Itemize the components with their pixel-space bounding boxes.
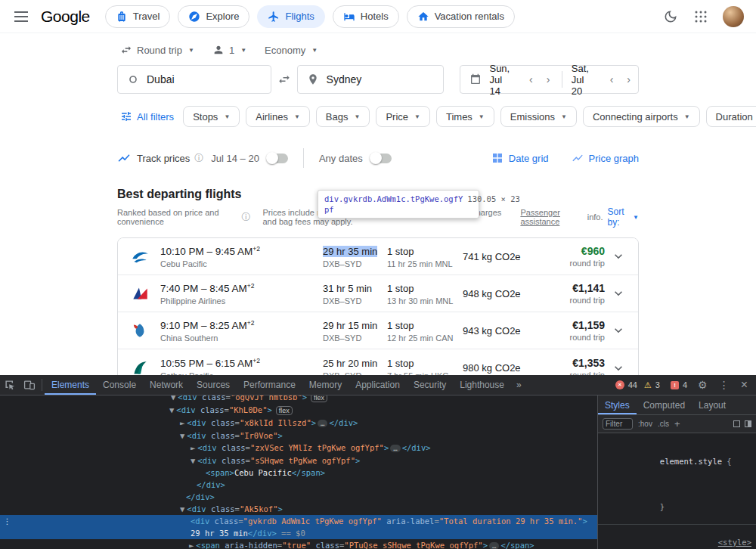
devtools-tab[interactable]: Console xyxy=(96,375,143,395)
filter-chip[interactable]: Emissions ▼ xyxy=(500,106,577,127)
nav-pill-label: Vacation rentals xyxy=(435,11,504,22)
grid-overlay-icon[interactable] xyxy=(733,420,740,427)
expand-flight-button[interactable] xyxy=(611,323,626,338)
any-dates-toggle[interactable] xyxy=(370,154,392,163)
flight-times: 7:40 PM – 8:45 AM+2 xyxy=(160,283,255,294)
avatar[interactable] xyxy=(723,6,744,27)
error-count[interactable]: 44 xyxy=(628,380,637,389)
devtools-tab[interactable]: Performance xyxy=(237,375,302,395)
filter-chip[interactable]: Duration ▼ xyxy=(706,106,756,127)
styles-filter-input[interactable] xyxy=(603,418,633,430)
expand-flight-button[interactable] xyxy=(611,361,626,376)
css-rule-line[interactable]: } xyxy=(598,479,756,524)
devtools-tab[interactable]: Lighthouse xyxy=(453,375,511,395)
dom-tree-line[interactable]: ▼<div class="Ir0Voe"> xyxy=(0,430,597,442)
destination-input[interactable]: Sydney xyxy=(297,65,445,94)
devtools-menu-button[interactable]: ⋮ xyxy=(715,379,733,391)
route: DXB–SYD xyxy=(323,259,387,268)
dom-tree-line[interactable]: ▼<div class="sSHqwe tPgKwe ogfYpf"> xyxy=(0,454,597,467)
inspect-element-button[interactable] xyxy=(0,375,20,395)
explore-icon xyxy=(188,11,200,23)
filter-chip[interactable]: Connecting airports ▼ xyxy=(583,106,700,127)
expand-flight-button[interactable] xyxy=(611,249,626,264)
inspected-selector: div.gvkrdb.AdWm1c.tPgKwe.ogfY xyxy=(324,194,463,204)
origin-circle-icon xyxy=(127,73,139,85)
devtools-tab[interactable]: Security xyxy=(407,375,453,395)
devtools-tab[interactable]: Elements xyxy=(45,375,96,395)
date-grid-button[interactable]: Date grid xyxy=(491,152,549,164)
dom-tree-line[interactable]: ▼<div class="Ak5kof"> xyxy=(0,503,597,515)
passengers-select[interactable]: 1 ▼ xyxy=(212,44,246,56)
info-icon[interactable]: ⓘ xyxy=(194,152,203,165)
date-range-field[interactable]: Sun, Jul 14 ‹ › Sat, Jul 20 ‹ › xyxy=(460,65,639,94)
css-rule-line[interactable]: element.style { xyxy=(598,433,756,479)
nav-pill-icon xyxy=(116,11,128,23)
filter-chip[interactable]: Bags ▼ xyxy=(316,106,370,127)
nav-pill[interactable]: Hotels xyxy=(333,5,399,28)
price-graph-icon xyxy=(572,152,584,164)
flight-times: 10:10 PM – 9:45 AM+2 xyxy=(160,246,260,257)
filter-chip[interactable]: Price ▼ xyxy=(376,106,430,127)
dom-tree-line[interactable]: </div> xyxy=(0,491,597,503)
route: DXB–SYD xyxy=(323,333,387,343)
swap-locations-button[interactable] xyxy=(271,73,297,86)
sidebar-tab[interactable]: Styles xyxy=(598,395,637,414)
new-style-rule-button[interactable]: + xyxy=(674,418,680,430)
dom-tree-line[interactable]: <span>Cebu Pacific</span> xyxy=(0,467,597,479)
flight-row[interactable]: 7:40 PM – 8:45 AM+2 Philippine Airlines … xyxy=(118,275,638,312)
info-icon[interactable]: ⓘ xyxy=(241,211,250,224)
nav-pill[interactable]: Explore xyxy=(178,5,249,28)
dom-tree-line[interactable]: <div class="gvkrdb AdWm1c tPgKwe ogfYpf"… xyxy=(0,515,597,539)
nav-pill[interactable]: Flights xyxy=(257,5,324,28)
flight-row[interactable]: 10:10 PM – 9:45 AM+2 Cebu Pacific 29 hr … xyxy=(118,238,638,275)
warning-count[interactable]: 3 xyxy=(655,380,660,389)
css-rule-line[interactable]: <style> @media (min-width: 841px) xyxy=(598,524,756,549)
filter-chip[interactable]: All filters ▼ xyxy=(117,106,177,127)
stops-count: 1 stop xyxy=(387,358,414,369)
nav-pill[interactable]: Vacation rentals xyxy=(407,5,515,28)
price-graph-button[interactable]: Price graph xyxy=(572,152,639,164)
filter-chip[interactable]: Times ▼ xyxy=(436,106,494,127)
filter-chip[interactable]: Airlines ▼ xyxy=(246,106,310,127)
filter-chip[interactable]: Stops ▼ xyxy=(183,106,240,127)
expand-flight-button[interactable] xyxy=(611,286,626,301)
toggle-element-state-button[interactable]: :hov xyxy=(638,420,652,428)
devtools-tab[interactable]: Memory xyxy=(302,375,349,395)
hamburger-menu-button[interactable] xyxy=(12,8,30,26)
close-devtools-button[interactable]: × xyxy=(737,378,751,392)
devtools-tab[interactable]: Sources xyxy=(190,375,237,395)
cabin-class-select[interactable]: Economy ▼ xyxy=(265,45,318,56)
dom-tree-line[interactable]: ▼<div class="ogQvJf hmtbsb">flex xyxy=(0,395,597,404)
price-value: €960 xyxy=(553,245,605,257)
departure-next-day-button[interactable]: › xyxy=(544,73,553,85)
dom-tree-line[interactable]: ►<div class="zxVSec YMlIz tPgKwe ogfYpf"… xyxy=(0,442,597,454)
sort-by-button[interactable]: Sort by: ▼ xyxy=(607,206,639,228)
return-next-day-button[interactable]: › xyxy=(624,73,634,85)
more-tabs-button[interactable]: » xyxy=(511,380,527,390)
sidebar-tab[interactable]: Computed xyxy=(637,395,692,414)
google-apps-button[interactable] xyxy=(692,8,709,25)
nav-pill[interactable]: Travel xyxy=(105,5,171,28)
sidebar-tab[interactable]: Layout xyxy=(692,395,733,414)
issues-count[interactable]: 4 xyxy=(683,380,687,389)
computed-panel-icon[interactable] xyxy=(745,420,751,427)
device-toolbar-button[interactable] xyxy=(20,375,39,395)
devtools-tab[interactable]: Application xyxy=(349,375,407,395)
dom-tree-line[interactable]: </div> xyxy=(0,479,597,491)
return-prev-day-button[interactable]: ‹ xyxy=(607,73,617,85)
stylesheet-source-link[interactable]: <style> xyxy=(718,537,751,548)
trip-type-select[interactable]: Round trip ▼ xyxy=(120,44,194,56)
track-prices-toggle[interactable] xyxy=(267,154,288,163)
dom-tree-line[interactable]: ►<span aria-hidden="true" class="PTuQse … xyxy=(0,539,597,549)
settings-gear-button[interactable]: ⚙ xyxy=(694,379,711,391)
house-icon xyxy=(417,11,429,23)
origin-input[interactable]: Dubai xyxy=(117,65,271,94)
devtools-tab[interactable]: Network xyxy=(143,375,190,395)
passenger-assistance-link[interactable]: Passenger assistance xyxy=(520,208,582,226)
element-classes-button[interactable]: .cls xyxy=(658,420,669,428)
flight-row[interactable]: 9:10 PM – 8:25 AM+2 China Southern 29 hr… xyxy=(118,312,638,349)
dom-tree-line[interactable]: ►<div class="x8klId Illszd">…</div> xyxy=(0,417,597,430)
dom-tree-line[interactable]: ▼<div class="KhL0De">flex xyxy=(0,404,597,417)
dark-mode-toggle[interactable] xyxy=(662,8,679,25)
departure-prev-day-button[interactable]: ‹ xyxy=(526,73,536,85)
